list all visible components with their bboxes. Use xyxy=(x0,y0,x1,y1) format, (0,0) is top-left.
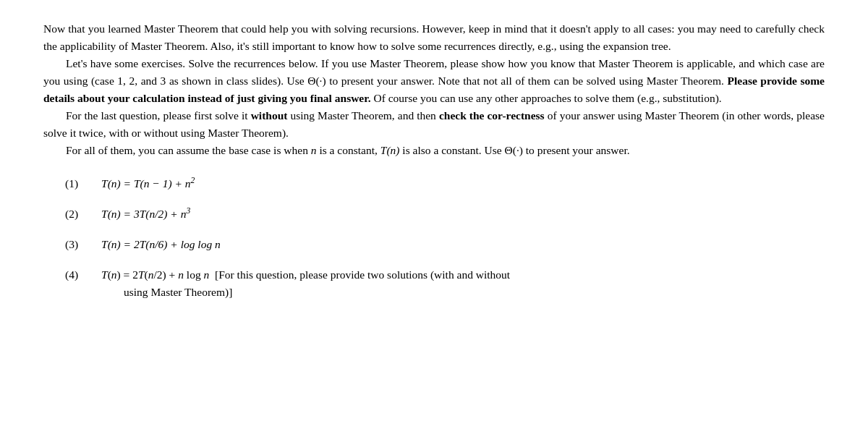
exercise-1: (1) T(n) = T(n − 1) + n2 xyxy=(43,175,825,192)
exercise-4-content: T(n) = 2T(n/2) + n log n [For this quest… xyxy=(101,266,825,301)
paragraph-3: For the last question, please first solv… xyxy=(43,107,825,142)
exercise-2-formula: T(n) = 3T(n/2) + n3 xyxy=(101,205,825,223)
para3-bold-check: check the cor-rectness xyxy=(439,109,545,122)
exercise-4: (4) T(n) = 2T(n/2) + n log n [For this q… xyxy=(43,266,825,301)
para2-start: Let's have some exercises. Solve the rec… xyxy=(43,57,825,87)
para4-end: is also a constant. Use Θ(·) to present … xyxy=(402,144,629,156)
exercise-3: (3) T(n) = 2T(n/6) + log log n xyxy=(43,236,825,253)
para2-end: Of course you can use any other approach… xyxy=(373,92,721,104)
exercise-1-number: (1) xyxy=(43,175,101,192)
exercises-section: (1) T(n) = T(n − 1) + n2 (2) T(n) = 3T(n… xyxy=(43,175,825,301)
para4-n: n xyxy=(311,144,317,156)
exercise-1-formula: T(n) = T(n − 1) + n2 xyxy=(101,175,825,192)
para3-bold-without: without xyxy=(251,109,288,122)
para3-start: For the last question, please first solv… xyxy=(66,109,248,122)
exercise-3-formula: T(n) = 2T(n/6) + log log n xyxy=(101,236,825,253)
page: Now that you learned Master Theorem that… xyxy=(0,0,868,429)
para3-middle: using Master Theorem, and then xyxy=(291,109,436,122)
paragraph-4: For all of them, you can assume the base… xyxy=(43,142,825,159)
para4-tn: T(n) xyxy=(380,144,400,156)
exercise-4-text: T(n) = 2T(n/2) + n log n [For this quest… xyxy=(101,268,510,281)
para1-text: Now that you learned Master Theorem that… xyxy=(43,22,825,52)
exercise-3-number: (3) xyxy=(43,236,101,253)
paragraph-1: Now that you learned Master Theorem that… xyxy=(43,20,825,55)
exercise-4-continuation: using Master Theorem)] xyxy=(101,284,825,301)
para4-middle: is a constant, xyxy=(319,144,378,156)
exercise-4-number: (4) xyxy=(43,266,101,284)
paragraph-2: Let's have some exercises. Solve the rec… xyxy=(43,55,825,107)
exercise-2-number: (2) xyxy=(43,205,101,223)
exercise-2: (2) T(n) = 3T(n/2) + n3 xyxy=(43,205,825,223)
para4-start: For all of them, you can assume the base… xyxy=(66,144,308,156)
